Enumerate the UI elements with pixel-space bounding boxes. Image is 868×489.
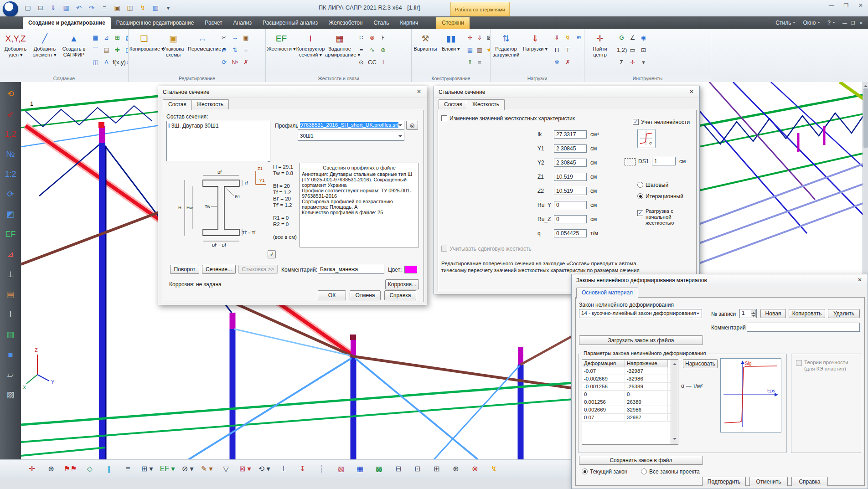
section-designer-button[interactable]: Ι Конструкторсечений ▾ xyxy=(296,30,325,58)
open-model-icon[interactable]: ⊟ xyxy=(36,3,46,13)
tab-compose[interactable]: Состав xyxy=(439,99,468,109)
Z2-input[interactable]: 10.519 xyxy=(554,187,587,195)
arc-generation-icon[interactable]: ⌒ xyxy=(91,44,100,56)
table-row[interactable]: -0.002669-32986 xyxy=(582,375,678,383)
swap-icon[interactable]: ⇄ xyxy=(219,44,229,56)
local-axes-icon[interactable]: ⊿ xyxy=(2,244,19,264)
half-plate-icon[interactable]: ◨ xyxy=(124,44,129,56)
find-profile-button[interactable]: ◎ xyxy=(406,121,418,130)
load-law-button[interactable]: Загрузить закон из файла xyxy=(579,335,703,345)
delete-load-icon[interactable]: ✗ xyxy=(563,57,573,68)
dimensions-display-icon[interactable]: ▧ xyxy=(335,463,347,475)
law-table[interactable]: Деформация Напряжение -0.07-32987 -0.002… xyxy=(582,359,678,445)
ds-input[interactable]: 1 xyxy=(652,157,676,165)
tab-reinforced-concrete[interactable]: Железобетон xyxy=(323,17,368,29)
cut-icon[interactable]: ✂ xyxy=(219,32,229,44)
Z1-input[interactable]: 10.519 xyxy=(554,173,587,181)
mdi-minimize-icon[interactable]: — xyxy=(841,20,849,27)
elastic-ties-icon[interactable]: ∿ xyxy=(367,44,377,56)
copy-button[interactable]: Копировать xyxy=(789,309,825,318)
table-scrollbar[interactable] xyxy=(671,360,678,444)
remove-joint-icon[interactable]: ⊗ xyxy=(367,32,377,44)
pack-icon[interactable]: ▣ xyxy=(112,3,122,13)
save-icon[interactable]: ▦ xyxy=(61,3,71,13)
table-row[interactable]: 00 xyxy=(582,391,678,398)
solid-view-icon[interactable]: ■ xyxy=(2,345,19,365)
mesh-add-icon[interactable]: ⊞ xyxy=(113,32,122,44)
blocks-button[interactable]: ▮▮ Блоки ▾ xyxy=(438,30,464,52)
cancel-button[interactable]: Отмена xyxy=(350,290,381,300)
tab-stiffness[interactable]: Жесткость xyxy=(467,99,505,110)
raise-icon[interactable]: ⇑ xyxy=(466,57,474,68)
view-undo-icon[interactable]: ⟲ xyxy=(2,84,19,104)
measure-box-icon[interactable]: ⊡ xyxy=(639,44,648,56)
Ru_Z-input[interactable]: 0 xyxy=(554,215,587,223)
import-icon[interactable]: ⇓ xyxy=(48,3,58,13)
grid-display-icon[interactable]: ▦ xyxy=(354,463,367,475)
tab-calculation[interactable]: Расчет xyxy=(199,17,227,29)
rotate-button[interactable]: Поворот xyxy=(170,265,199,274)
nonlinearity-checkbox[interactable] xyxy=(633,119,639,125)
hide-elements-icon[interactable]: ⊘ ▾ xyxy=(181,463,194,475)
load-down-icon[interactable]: ⇓ xyxy=(552,32,562,44)
thermometer-icon[interactable]: ↧ xyxy=(296,463,309,475)
view-redo-icon[interactable]: ⇙ xyxy=(2,104,19,124)
render-mode-icon[interactable]: ≡ xyxy=(122,463,134,475)
wand-icon[interactable]: ↯ xyxy=(138,3,148,13)
rigid-inserts-icon[interactable]: ∷ xyxy=(356,32,366,44)
triangulation-icon[interactable]: ⊿ xyxy=(102,32,111,44)
materials-view-icon[interactable]: ▥ xyxy=(2,324,19,345)
plate-generation-icon[interactable]: ◫ xyxy=(91,57,100,68)
apply-size-button[interactable]: ↲ xyxy=(268,250,276,258)
table-row[interactable]: -0.001256-26389 xyxy=(582,383,678,391)
save-law-button[interactable]: Сохранить закон в файл xyxy=(579,456,703,465)
tab-compose[interactable]: Состав xyxy=(163,99,192,110)
impulse-load-icon[interactable]: ↯ xyxy=(563,32,573,44)
fxy-surface-icon[interactable]: f(x,y) xyxy=(113,57,122,68)
axes-add-icon[interactable]: ✛ xyxy=(466,32,474,44)
stiffness-display-icon[interactable]: EF ▾ xyxy=(160,463,175,475)
quick-flash-icon[interactable]: ↯ xyxy=(488,463,501,475)
mirror-icon[interactable]: ↔ xyxy=(230,32,240,44)
tab-masonry[interactable]: Кирпич xyxy=(394,17,424,29)
stiffness-view-icon[interactable]: EF xyxy=(2,224,19,244)
target-icon[interactable]: ◉ xyxy=(639,32,648,44)
cone-generation-icon[interactable]: ∆ xyxy=(102,57,111,68)
supports-display-icon[interactable]: ⊥ xyxy=(277,463,290,475)
crosshair-icon[interactable]: ✛ xyxy=(628,57,637,68)
ok-button[interactable]: ОК xyxy=(318,290,346,300)
i-beam-view-icon[interactable]: Ι xyxy=(2,304,19,324)
supports-view-icon[interactable]: ⊥ xyxy=(2,264,19,284)
pack-small-icon[interactable]: ▣ xyxy=(241,32,251,44)
distributed-load-icon[interactable]: Π xyxy=(552,44,562,56)
modify-checkbox[interactable] xyxy=(441,115,447,121)
lower-icon[interactable]: ⇓ xyxy=(475,32,484,44)
restore-view-icon[interactable]: ⟲ ▾ xyxy=(258,463,271,475)
renumber-icon[interactable]: № xyxy=(230,57,240,68)
node-numbers-icon[interactable]: 1,2 xyxy=(2,124,19,144)
rotate-model-icon[interactable]: ⟳ xyxy=(2,184,19,204)
spinner-down-icon[interactable] xyxy=(751,314,756,317)
dynamics-icon[interactable]: ≋ xyxy=(574,32,584,44)
add-stiffness-icon[interactable]: ⊕ xyxy=(378,44,388,56)
gravity-icon[interactable]: G xyxy=(617,32,626,44)
filter-icon[interactable]: ▽ xyxy=(220,463,232,475)
fragmentation-icon[interactable]: ⊠ ▾ xyxy=(239,463,252,475)
support-icon[interactable]: ⊦ xyxy=(378,32,388,44)
unload-checkbox[interactable] xyxy=(637,210,643,216)
composition-list[interactable]: Ι 3Ш. Двутавр 30Ш1 xyxy=(166,121,270,162)
star-mark-icon[interactable]: ★ xyxy=(485,44,491,56)
charts-icon[interactable]: ▥ xyxy=(150,3,160,13)
menu-style[interactable]: Стиль xyxy=(772,17,799,29)
table-row[interactable]: 0.00266932986 xyxy=(582,406,678,414)
move-nodes-icon[interactable]: ⇅ xyxy=(230,44,240,56)
scale-display-icon[interactable]: 1:2 xyxy=(2,164,19,184)
projection-planes-icon[interactable]: ∥ xyxy=(103,463,115,475)
stress-strain-law-button[interactable]: σ xyxy=(637,129,656,148)
element-numbers-icon[interactable]: № xyxy=(2,144,19,164)
mesh-green-icon[interactable]: ▩ xyxy=(373,463,386,475)
close-icon[interactable]: ✕ xyxy=(853,275,867,285)
table-row[interactable]: 0.0732987 xyxy=(582,414,678,422)
redo-icon[interactable]: ↷ xyxy=(87,3,97,13)
composition-item[interactable]: 3Ш. Двутавр 30Ш1 xyxy=(171,123,219,129)
